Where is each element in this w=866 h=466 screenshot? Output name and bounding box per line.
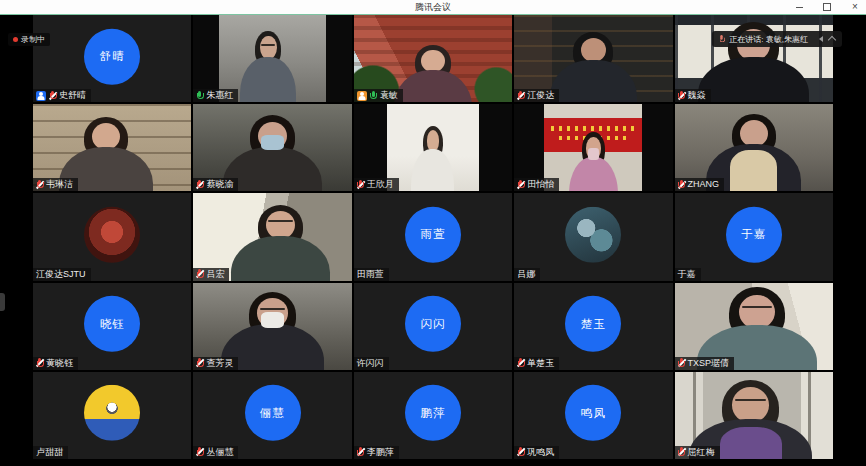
person-silhouette-part [569, 157, 618, 191]
person-silhouette-part [260, 308, 286, 310]
participant-label: 史舒晴 [33, 89, 91, 102]
person-silhouette-part [394, 70, 472, 102]
participant-tile[interactable]: TXSP琚倩 [675, 283, 833, 370]
person-silhouette-part [550, 60, 636, 103]
participant-name: TXSP琚倩 [688, 358, 730, 369]
participant-label: ZHANG [675, 178, 725, 191]
recording-label: 录制中 [21, 34, 45, 45]
participant-label: 黄晓钰 [33, 357, 78, 370]
participant-tile[interactable]: ZHANG [675, 104, 833, 191]
person-silhouette-part [268, 220, 293, 222]
meeting-window: 腾讯会议 × 舒晴史舒晴朱惠红袁敏江俊达魏焱韦琳洁蔡晓渝王欣月田怡怡ZHANG江… [0, 0, 866, 466]
person-silhouette-part [260, 36, 277, 60]
participant-name: 史舒晴 [59, 90, 86, 101]
participant-name: 江俊达 [527, 90, 554, 101]
mic-muted-icon [196, 269, 203, 279]
maximize-button[interactable] [820, 1, 834, 13]
recording-indicator: 录制中 [8, 33, 50, 46]
participant-tile[interactable]: 雨萱田雨萱 [354, 193, 512, 280]
participant-tile[interactable]: 鸣凤巩鸣凤 [514, 372, 672, 459]
participant-label: 蔡晓渝 [193, 178, 238, 191]
close-button[interactable]: × [848, 1, 862, 13]
participant-tile[interactable]: 闪闪许闪闪 [354, 283, 512, 370]
person-silhouette-part [732, 387, 769, 422]
speaking-label: 正在讲话: 袁敏,朱惠红 [729, 34, 808, 45]
participant-tile[interactable]: 魏焱 [675, 15, 833, 102]
person-silhouette-part [231, 236, 330, 281]
participant-label: 朱惠红 [193, 89, 238, 102]
participant-label: 吕宏 [193, 268, 229, 281]
participant-name: 巩鸣凤 [527, 447, 554, 458]
mic-muted-icon [196, 358, 203, 368]
participant-label: 袁敏 [354, 89, 403, 102]
participant-tile[interactable]: 查芳灵 [193, 283, 351, 370]
participant-label: 吕娜 [514, 268, 540, 281]
mic-muted-icon [517, 447, 524, 457]
person-silhouette-part [735, 399, 766, 401]
participant-tile[interactable]: 舒晴史舒晴 [33, 15, 191, 102]
person-silhouette-part [261, 44, 275, 46]
participant-tile[interactable]: 楚玉单楚玉 [514, 283, 672, 370]
person-silhouette-part [421, 50, 444, 72]
participant-tile[interactable]: 江俊达SJTU [33, 193, 191, 280]
participant-name: 王欣月 [367, 179, 394, 190]
person-silhouette-part [698, 57, 809, 102]
person-silhouette-part [411, 149, 454, 191]
participant-tile[interactable]: 卢甜甜 [33, 372, 191, 459]
participant-tile[interactable]: 于嘉于嘉 [675, 193, 833, 280]
participant-tile[interactable]: 蔡晓渝 [193, 104, 351, 191]
participant-tile[interactable]: 吕娜 [514, 193, 672, 280]
person-silhouette-part [720, 427, 782, 459]
mic-muted-icon [517, 358, 524, 368]
participant-tile[interactable]: 屈红梅 [675, 372, 833, 459]
participant-photo-avatar [84, 385, 140, 441]
participant-name: 李鹏萍 [367, 447, 394, 458]
participant-initials-avatar: 鹏萍 [405, 385, 461, 441]
participant-tile[interactable]: 朱惠红 [193, 15, 351, 102]
window-controls: × [792, 0, 862, 14]
participant-label: 江俊达 [514, 89, 559, 102]
participant-name: 江俊达SJTU [36, 269, 86, 280]
participant-tile[interactable]: 韦琳洁 [33, 104, 191, 191]
participant-tile[interactable]: 田怡怡 [514, 104, 672, 191]
participant-tile[interactable]: 江俊达 [514, 15, 672, 102]
participant-tile[interactable]: 袁敏 [354, 15, 512, 102]
participant-grid: 舒晴史舒晴朱惠红袁敏江俊达魏焱韦琳洁蔡晓渝王欣月田怡怡ZHANG江俊达SJTU吕… [33, 15, 833, 459]
recording-dot-icon [13, 37, 18, 42]
mic-muted-icon [36, 180, 43, 190]
person-silhouette-part [740, 120, 768, 147]
participant-label: 田怡怡 [514, 178, 559, 191]
participant-name: ZHANG [688, 179, 720, 190]
participant-name: 于嘉 [678, 269, 696, 280]
participant-tile[interactable]: 吕宏 [193, 193, 351, 280]
person-silhouette-part [240, 57, 296, 102]
participant-label: 丛俪慧 [193, 446, 238, 459]
participant-initials-avatar: 晓钰 [84, 296, 140, 352]
mic-muted-icon [49, 91, 56, 101]
participant-name: 查芳灵 [206, 358, 233, 369]
participant-initials-avatar: 楚玉 [565, 296, 621, 352]
participant-name: 朱惠红 [206, 90, 233, 101]
participant-label: 单楚玉 [514, 357, 559, 370]
participant-initials-avatar: 于嘉 [726, 207, 782, 263]
orange-role-badge-icon [357, 91, 367, 101]
sidebar-toggle-handle[interactable] [0, 293, 5, 311]
person-silhouette-part [739, 295, 775, 329]
video-feed [387, 104, 479, 191]
participant-tile[interactable]: 晓钰黄晓钰 [33, 283, 191, 370]
participant-tile[interactable]: 鹏萍李鹏萍 [354, 372, 512, 459]
chevron-up-icon[interactable] [828, 36, 836, 44]
person-silhouette-part [588, 148, 599, 160]
participant-tile[interactable]: 王欣月 [354, 104, 512, 191]
volume-icon[interactable] [816, 36, 823, 42]
participant-label: 屈红梅 [675, 446, 720, 459]
mic-muted-icon [357, 447, 364, 457]
participant-initials-avatar: 舒晴 [84, 28, 140, 84]
participant-photo-avatar [84, 207, 140, 263]
minimize-button[interactable] [792, 1, 806, 13]
mic-active-icon [370, 91, 377, 101]
person-silhouette-part [261, 135, 284, 150]
participant-name: 卢甜甜 [36, 447, 63, 458]
participant-tile[interactable]: 俪慧丛俪慧 [193, 372, 351, 459]
blue-role-badge-icon [36, 91, 46, 101]
